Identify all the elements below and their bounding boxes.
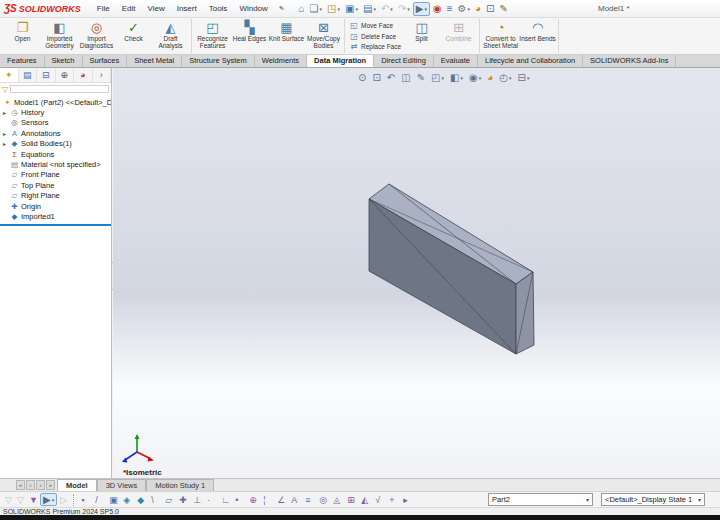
imported-geometry-button[interactable]: ◧Imported Geometry	[41, 19, 78, 53]
tab-weldments[interactable]: Weldments	[255, 55, 307, 67]
open-icon[interactable]: ◳▾	[325, 2, 342, 16]
knit-surface-button[interactable]: ▦Knit Surface	[268, 19, 305, 53]
recognize-features-button[interactable]: ◰Recognize Features	[194, 19, 231, 53]
home-icon[interactable]: ⌂▾	[297, 2, 307, 16]
filter-datums-icon[interactable]: ◭	[359, 494, 371, 506]
snapshot-icon[interactable]: ⊡▾	[484, 2, 496, 16]
select-arrow-icon[interactable]: ▶▾	[413, 2, 430, 16]
move-face-button[interactable]: ◱Move Face	[349, 20, 401, 31]
replace-face-button[interactable]: ⇄Replace Face	[349, 41, 401, 52]
dimxpertmanager-tab[interactable]: ⊕	[56, 68, 75, 82]
filter-funnel-icon[interactable]: ▼	[27, 494, 39, 506]
model-tab[interactable]: Model	[57, 479, 97, 491]
tab-features[interactable]: Features	[0, 55, 45, 67]
print-icon[interactable]: ▤▾	[361, 2, 378, 16]
heal-edges-button[interactable]: ▚Heal Edges	[231, 19, 268, 53]
lasso-select-icon[interactable]: ▷	[58, 494, 70, 506]
pin-menu-icon[interactable]: ✒	[276, 3, 287, 14]
expand-arrow-icon[interactable]: ▸	[3, 140, 10, 147]
model-3d-imported-block[interactable]	[113, 68, 720, 478]
tree-item-annotations[interactable]: ▸ A Annotations	[0, 128, 111, 138]
tab-data-migration[interactable]: Data Migration	[307, 55, 374, 67]
tree-item-history[interactable]: ▸ ◷ History	[0, 107, 111, 117]
open-button[interactable]: ❐Open	[4, 19, 41, 53]
import-diagnostics-button[interactable]: ◎Import Diagnostics	[78, 19, 115, 53]
part-combobox[interactable]: Part2 ▾	[488, 493, 593, 506]
undo-icon[interactable]: ↶▾	[379, 2, 395, 16]
edit-sketch-icon[interactable]: ✎▾	[498, 2, 510, 16]
display-state-combobox[interactable]: <Default>_Display State 1 ▾	[601, 493, 705, 506]
filter-notes-icon[interactable]: ≡	[303, 494, 315, 506]
filter-connection-points-icon[interactable]: +	[387, 494, 399, 506]
tree-item-right-plane[interactable]: ▸ ▱ Right Plane	[0, 191, 111, 201]
filter-vertices-icon[interactable]: ▪	[79, 494, 91, 506]
options-gear-icon[interactable]: ⚙▾	[456, 2, 472, 16]
menu-view[interactable]: View	[141, 0, 170, 18]
filter-axes-icon[interactable]: \	[149, 494, 161, 506]
expand-arrow-icon[interactable]: ▸	[3, 109, 10, 116]
filter-dimensions-icon[interactable]: ∠	[275, 494, 287, 506]
tree-item-solid-bodies[interactable]: ▸ ◆ Solid Bodies(1)	[0, 139, 111, 149]
file-properties-icon[interactable]: ≡▾	[445, 2, 455, 16]
filter-planes-icon[interactable]: ▱	[163, 494, 175, 506]
filter-weld-symbols-icon[interactable]: ◬	[331, 494, 343, 506]
insert-bends-button[interactable]: ◠Insert Bends	[519, 19, 556, 53]
filter-sketch-points-icon[interactable]: ·	[205, 494, 217, 506]
tree-item-imported1[interactable]: ▸ ◆ Imported1	[0, 211, 111, 221]
tree-item-front-plane[interactable]: ▸ ▱ Front Plane	[0, 170, 111, 180]
new-document-icon[interactable]: ❏▾	[308, 2, 324, 16]
first-tab-button[interactable]: «	[16, 480, 25, 490]
tab-direct-editing[interactable]: Direct Editing	[374, 55, 434, 67]
filter-routing-points-icon[interactable]: ▸	[401, 494, 413, 506]
filter-edges-icon[interactable]: /	[93, 494, 105, 506]
filter-gtol-icon[interactable]: ⊞	[345, 494, 357, 506]
tab-sheet-metal[interactable]: Sheet Metal	[127, 55, 182, 67]
prev-tab-button[interactable]: ‹	[26, 480, 35, 490]
menu-edit[interactable]: Edit	[116, 0, 142, 18]
menu-window[interactable]: Window	[233, 0, 273, 18]
tree-item-origin[interactable]: ▸ ✚ Origin	[0, 201, 111, 211]
tab-surfaces[interactable]: Surfaces	[83, 55, 128, 67]
tab-structure-system[interactable]: Structure System	[182, 55, 255, 67]
draft-analysis-button[interactable]: ◭Draft Analysis	[152, 19, 189, 53]
graphics-viewport[interactable]: ⊙▾⊡▾↶▾◫▾✎▾◰▾◧▾◉▾◕▾◴▾⊟▾ *Isometric	[113, 68, 720, 478]
check-button[interactable]: ✓Check	[115, 19, 152, 53]
edit-appearance-icon[interactable]: ◕▾	[473, 2, 483, 16]
propertymanager-tab[interactable]: ▤	[19, 68, 38, 82]
split-button[interactable]: ◫Split	[403, 19, 440, 53]
tab-evaluate[interactable]: Evaluate	[434, 55, 478, 67]
filter-surface-finish-icon[interactable]: √	[373, 494, 385, 506]
tree-item-equations[interactable]: ▸ Σ Equations	[0, 149, 111, 159]
menu-tools[interactable]: Tools	[203, 0, 234, 18]
filter-faces-icon[interactable]: ▣	[107, 494, 119, 506]
convert-to-sheet-metal-button[interactable]: ◔Convert to Sheet Metal	[482, 19, 519, 53]
motion-study-tab[interactable]: Motion Study 1	[146, 479, 214, 491]
clear-all-filters-icon[interactable]: ▽	[15, 494, 27, 506]
rollback-bar[interactable]	[0, 224, 111, 226]
delete-face-button[interactable]: ◲Delete Face	[349, 31, 401, 42]
last-tab-button[interactable]: »	[46, 480, 55, 490]
tab-lifecycle-and-collaboration[interactable]: Lifecycle and Collaboration	[478, 55, 583, 67]
filter-origins-icon[interactable]: ✚	[177, 494, 189, 506]
featuremanager-tab[interactable]: ✦	[0, 68, 19, 82]
tab-sketch[interactable]: Sketch	[45, 55, 83, 67]
filter-sketch-segments-icon[interactable]: ∟	[219, 494, 231, 506]
save-icon[interactable]: ▣▾	[343, 2, 360, 16]
filter-toggle-icon[interactable]: ▽	[3, 494, 15, 506]
filter-balloons-icon[interactable]: ◎	[317, 494, 329, 506]
tree-filter-input[interactable]	[10, 85, 109, 93]
tree-item-sensors[interactable]: ▸ ◎ Sensors	[0, 118, 111, 128]
three-d-views-tab[interactable]: 3D Views	[97, 479, 147, 491]
menu-file[interactable]: File	[91, 0, 116, 18]
filter-coordinate-systems-icon[interactable]: ⊥	[191, 494, 203, 506]
rebuild-traffic-light-icon[interactable]: ◉▾	[431, 2, 444, 16]
tree-root-model1[interactable]: ✦ Model1 (Part2) <<Default>_Display St	[0, 97, 111, 107]
filter-solid-bodies-icon[interactable]: ◆	[135, 494, 147, 506]
move-copy-bodies-button[interactable]: ⊠Move/Copy Bodies	[305, 19, 342, 53]
filter-surface-bodies-icon[interactable]: ◈	[121, 494, 133, 506]
filter-center-marks-icon[interactable]: ⊕	[247, 494, 259, 506]
redo-icon[interactable]: ↷▾	[396, 2, 412, 16]
menu-insert[interactable]: Insert	[171, 0, 203, 18]
expand-panel-tabs-button[interactable]: ›	[93, 68, 112, 82]
combine-button[interactable]: ⊞Combine	[440, 19, 477, 53]
